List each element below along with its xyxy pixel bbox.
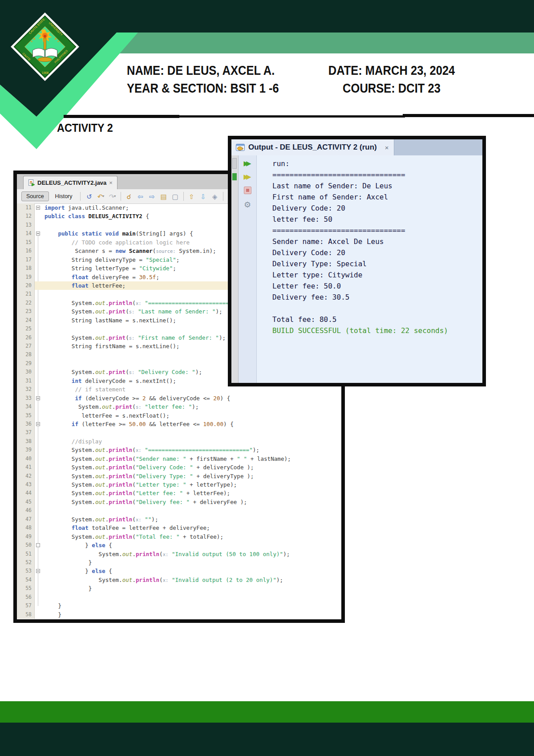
course-info-block: DATE: MARCH 23, 2024 COURSE: DCIT 23 <box>318 61 465 97</box>
code-fold-collapse-icon[interactable] <box>36 396 40 400</box>
rectangular-selection-icon[interactable]: ▢ <box>170 191 180 201</box>
source-view-button[interactable]: Source <box>21 191 49 201</box>
fold-column <box>35 290 42 298</box>
output-line <box>272 303 482 314</box>
netbeans-output-window: Output - DE LEUS_ACTIVITY 2 (run) × ▶▶▶▶… <box>228 136 486 386</box>
student-info-block: NAME: DE LEUS, AXCEL A. YEAR & SECTION: … <box>127 61 299 97</box>
code-fold-collapse-icon[interactable] <box>36 569 40 573</box>
find-next-icon[interactable]: ⇨ <box>147 191 157 201</box>
code-line: 34System.out.print(s: "letter fee: "); <box>17 402 341 411</box>
back-icon[interactable]: ↶▾ <box>96 191 106 201</box>
toolbar-separator <box>183 192 184 201</box>
code-text: } else { <box>42 567 341 575</box>
output-close-icon[interactable]: × <box>385 144 389 151</box>
line-number: 53 <box>17 567 35 575</box>
fold-column <box>35 576 42 584</box>
dropdown-caret-icon: ▾ <box>114 195 116 198</box>
code-text: System.out.println(x: "Invalid output (2… <box>42 576 341 584</box>
line-number: 28 <box>17 350 35 359</box>
find-previous-icon[interactable]: ⇦ <box>136 191 146 201</box>
code-line: 46 <box>17 506 341 515</box>
code-text: System.out.println("Delivery Code: " + d… <box>42 463 341 471</box>
forward-icon[interactable]: ↷▾ <box>108 191 117 201</box>
fold-column <box>35 411 42 420</box>
line-number: 40 <box>17 455 35 463</box>
previous-bookmark-icon[interactable]: ⇧ <box>187 191 197 201</box>
rerun-icon[interactable]: ▶▶ <box>243 160 251 167</box>
line-number: 48 <box>17 524 35 532</box>
output-line: Total fee: 80.5 <box>272 314 482 325</box>
toggle-highlight-icon[interactable]: ▤ <box>159 191 169 201</box>
code-text: System.out.println(x: ""); <box>42 515 341 524</box>
line-number: 14 <box>17 229 35 238</box>
code-line: 47System.out.println(x: ""); <box>17 515 341 524</box>
line-number: 22 <box>17 299 35 307</box>
fold-column <box>35 532 42 541</box>
dropdown-caret-icon: ▾ <box>102 195 104 198</box>
code-text: System.out.println("Letter fee: " + lett… <box>42 489 341 497</box>
fold-column <box>35 256 42 264</box>
code-text: } <box>42 584 341 593</box>
fold-column <box>35 541 42 549</box>
code-text: System.out.print(s: "letter fee: "); <box>42 402 341 411</box>
code-line: 33if (deliveryCode >= 2 && deliveryCode … <box>17 394 341 402</box>
output-tab[interactable]: Output - DE LEUS_ACTIVITY 2 (run) × <box>231 139 394 155</box>
fold-column <box>35 342 42 350</box>
code-line: 35letterFee = s.nextFloat(); <box>17 411 341 420</box>
next-bookmark-icon[interactable]: ⇩ <box>198 191 208 201</box>
header-divider <box>64 115 179 118</box>
line-number: 39 <box>17 446 35 454</box>
code-line: 44System.out.println("Letter fee: " + le… <box>17 489 341 497</box>
stop-icon[interactable] <box>244 187 251 194</box>
fold-column <box>35 455 42 463</box>
code-text: } <box>42 610 341 619</box>
run-settings-icon[interactable]: ⚙ <box>244 201 251 209</box>
output-line: Sender name: Axcel De Leus <box>272 236 482 247</box>
editor-tab[interactable]: DELEUS_ACTIVITY2.java × <box>23 176 117 189</box>
fold-column <box>35 437 42 446</box>
code-fold-collapse-icon[interactable] <box>36 422 40 426</box>
code-text: } <box>42 558 341 567</box>
code-fold-collapse-icon[interactable] <box>36 232 40 236</box>
code-line: 41System.out.println("Delivery Code: " +… <box>17 463 341 471</box>
code-line: 43System.out.println("Letter type: " + l… <box>17 480 341 489</box>
code-fold-collapse-icon[interactable] <box>36 206 40 210</box>
code-text: System.out.println("Sender name: " + fir… <box>42 455 341 463</box>
code-fold-box-icon[interactable] <box>36 543 40 547</box>
fold-column <box>35 428 42 437</box>
line-number: 26 <box>17 333 35 342</box>
code-text: System.out.println(x: "Invalid output (5… <box>42 550 341 558</box>
edge-strip-tab <box>232 158 237 169</box>
code-text: // if statement <box>42 385 341 394</box>
line-number: 35 <box>17 411 35 420</box>
build-successful-line: BUILD SUCCESSFUL (total time: 22 seconds… <box>272 325 482 336</box>
find-selection-icon[interactable]: ☌ <box>124 191 134 201</box>
code-line: 50} else { <box>17 541 341 549</box>
line-number: 34 <box>17 402 35 411</box>
fold-column <box>35 489 42 497</box>
line-number: 30 <box>17 368 35 376</box>
fold-column <box>35 238 42 247</box>
code-line: 38//display <box>17 437 341 446</box>
editor-tab-close-icon[interactable]: × <box>109 179 113 186</box>
output-line: letter fee: 50 <box>272 214 482 225</box>
toolbar-separator <box>121 192 121 201</box>
code-line: 58} <box>17 610 341 619</box>
year-section: YEAR & SECTION: BSIT 1 -6 <box>127 79 279 97</box>
code-line: 51System.out.println(x: "Invalid output … <box>17 550 341 558</box>
fold-column <box>35 394 42 402</box>
editor-edge-strip <box>231 155 239 383</box>
error-stripe-ok-indicator <box>232 173 237 180</box>
toggle-bookmark-icon[interactable]: ◈ <box>210 191 220 201</box>
line-number: 45 <box>17 498 35 506</box>
fold-column <box>35 480 42 489</box>
fold-column <box>35 229 42 238</box>
course-line: COURSE: DCIT 23 <box>327 79 456 97</box>
editor-tab-label: DELEUS_ACTIVITY2.java <box>37 179 106 186</box>
line-number: 23 <box>17 307 35 316</box>
code-text: float totalFee = letterFee + deliveryFee… <box>42 524 341 532</box>
rerun-with-different-params-icon[interactable]: ▶▶ <box>243 173 251 180</box>
history-view-button[interactable]: History <box>52 192 76 201</box>
last-edit-position-icon[interactable]: ↺ <box>85 191 94 201</box>
fold-column <box>35 307 42 316</box>
